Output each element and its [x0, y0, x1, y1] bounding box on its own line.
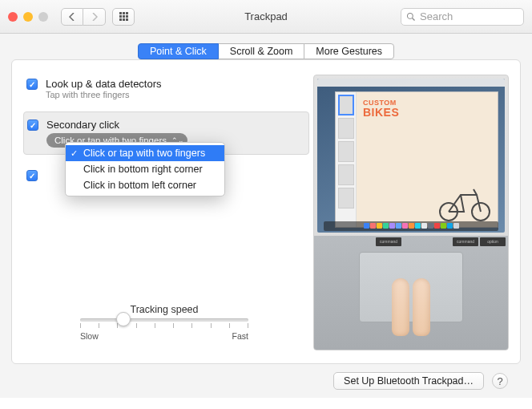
- tracking-speed-slider[interactable]: [80, 318, 248, 328]
- back-chevron-icon: [69, 13, 75, 21]
- zoom-icon: [38, 12, 48, 22]
- secondary-click-title: Secondary click: [46, 119, 187, 131]
- preview-document: CUSTOM BIKES: [357, 92, 498, 227]
- slider-min-label: Slow: [80, 331, 99, 341]
- svg-point-0: [408, 13, 413, 18]
- tab-bar: Point & Click Scroll & Zoom More Gesture…: [11, 43, 521, 59]
- checkmark-icon: ✓: [71, 148, 78, 159]
- tracking-speed: Tracking speed Slow Fast: [23, 304, 305, 341]
- tab-scroll-zoom[interactable]: Scroll & Zoom: [218, 43, 305, 59]
- preview-screen: CUSTOM BIKES: [317, 79, 505, 233]
- window-controls: [8, 12, 48, 22]
- preview-thumbs: [336, 92, 357, 227]
- preview-dock: [324, 221, 498, 231]
- finger-icon: [392, 278, 409, 336]
- lookup-title: Look up & data detectors: [46, 78, 162, 90]
- nav-buttons: [61, 8, 106, 26]
- forward-chevron-icon: [91, 13, 98, 21]
- slider-max-label: Fast: [232, 331, 248, 341]
- preview-window: CUSTOM BIKES: [335, 91, 498, 228]
- setup-bluetooth-trackpad-button[interactable]: Set Up Bluetooth Trackpad…: [333, 372, 484, 390]
- help-button[interactable]: ?: [492, 373, 508, 389]
- menu-item-bottom-left[interactable]: Click in bottom left corner: [66, 177, 224, 193]
- preview-keys: command command option: [314, 236, 508, 248]
- grid-icon: [119, 12, 128, 21]
- search-input[interactable]: Search: [401, 8, 524, 26]
- lookup-checkbox[interactable]: [26, 79, 38, 90]
- options-column: Look up & data detectors Tap with three …: [23, 75, 305, 349]
- preview-fingers: [392, 278, 430, 336]
- svg-line-1: [413, 18, 415, 20]
- forward-button[interactable]: [83, 8, 106, 26]
- bike-icon: [437, 185, 493, 222]
- show-all-button[interactable]: [112, 8, 135, 26]
- preview-trackpad: [359, 252, 463, 322]
- search-icon: [406, 12, 416, 22]
- tracking-speed-label: Tracking speed: [23, 304, 305, 315]
- preview-menubar: [317, 79, 505, 87]
- settings-panel: Look up & data detectors Tap with three …: [11, 59, 521, 364]
- minimize-icon[interactable]: [23, 12, 33, 22]
- preview-laptop-body: command command option: [314, 236, 508, 350]
- close-icon[interactable]: [8, 12, 18, 22]
- gesture-preview: CUSTOM BIKES: [313, 75, 509, 349]
- tab-point-click[interactable]: Point & Click: [138, 43, 219, 59]
- slider-scale: Slow Fast: [80, 331, 248, 341]
- slider-ticks: [80, 323, 248, 328]
- back-button[interactable]: [61, 8, 83, 26]
- lookup-subtitle: Tap with three fingers: [46, 90, 162, 99]
- titlebar: Trackpad Search: [0, 0, 532, 34]
- option-lookup[interactable]: Look up & data detectors Tap with three …: [23, 75, 305, 109]
- option-tap-to-click[interactable]: [26, 169, 38, 181]
- preview-panel: CUSTOM BIKES: [313, 75, 509, 350]
- tab-more-gestures[interactable]: More Gestures: [304, 43, 394, 59]
- footer: Set Up Bluetooth Trackpad… ?: [11, 364, 521, 390]
- tap-to-click-checkbox[interactable]: [26, 170, 38, 181]
- slider-rail: [80, 318, 248, 322]
- search-placeholder: Search: [420, 10, 453, 22]
- finger-icon: [413, 278, 430, 336]
- slider-knob[interactable]: [116, 312, 131, 326]
- secondary-click-menu: ✓ Click or tap with two fingers Click in…: [65, 142, 225, 196]
- menu-item-two-fingers[interactable]: ✓ Click or tap with two fingers: [66, 145, 224, 161]
- help-icon: ?: [497, 375, 502, 387]
- prefs-body: Point & Click Scroll & Zoom More Gesture…: [0, 34, 532, 398]
- menu-item-bottom-right[interactable]: Click in bottom right corner: [66, 161, 224, 177]
- secondary-click-checkbox[interactable]: [27, 119, 38, 131]
